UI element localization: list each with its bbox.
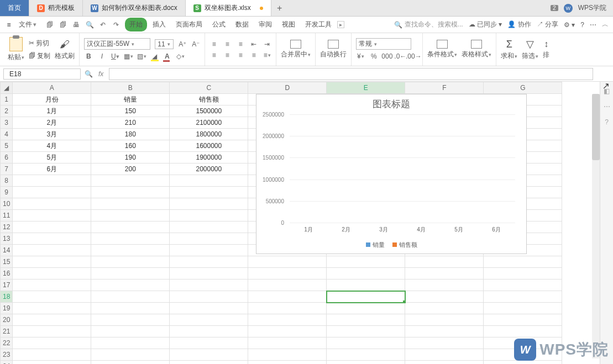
cell-C10[interactable] [170,198,248,210]
row-header-7[interactable]: 7 [1,163,13,175]
cell-E22[interactable] [327,337,405,349]
row-header-16[interactable]: 16 [1,268,13,279]
cell-B13[interactable] [91,233,170,245]
cell-E23[interactable] [327,349,405,361]
cell-B3[interactable]: 210 [91,117,170,129]
row-header-19[interactable]: 19 [1,303,13,314]
row-header-20[interactable]: 20 [1,314,13,326]
cell-A19[interactable] [13,303,91,314]
cell-D21[interactable] [248,326,327,337]
cell-G17[interactable] [484,279,562,291]
menu-layout[interactable]: 页面布局 [171,18,207,31]
cell-D16[interactable] [248,268,327,279]
cell-C7[interactable]: 2000000 [170,163,248,175]
file-menu[interactable]: 文件▾ [14,18,41,31]
cell-B20[interactable] [91,314,170,326]
tab-templates[interactable]: D稻壳模板 [29,0,83,16]
collapse-ribbon-icon[interactable]: ︿ [602,20,609,29]
cell-B14[interactable] [91,245,170,256]
cell-G19[interactable] [484,303,562,314]
cell-D18[interactable] [248,291,327,303]
formula-input[interactable] [109,68,593,80]
cell-D19[interactable] [248,303,327,314]
cell-G15[interactable] [484,256,562,268]
cell-B2[interactable]: 150 [91,105,170,117]
cell-G20[interactable] [484,314,562,326]
cell-G16[interactable] [484,268,562,279]
menu-data[interactable]: 数据 [231,18,253,31]
notification-badge[interactable]: 2 [551,5,558,11]
cell-A13[interactable] [13,233,91,245]
scrollbar-thumb[interactable] [592,94,600,160]
cell-E21[interactable] [327,326,405,337]
row-header-8[interactable]: 8 [1,175,13,187]
menu-view[interactable]: 视图 [277,18,300,31]
row-header-17[interactable]: 17 [1,279,13,291]
merge-center-button[interactable]: 合并居中 [281,40,311,59]
cell-C11[interactable] [170,210,248,221]
col-header-B[interactable]: B [91,82,170,94]
underline-button[interactable]: U▾ [111,52,119,61]
tab-doc[interactable]: W如何制作双坐标图表.docx [83,0,186,16]
filter-button[interactable]: ▽筛选 [522,38,538,61]
row-header-21[interactable]: 21 [1,326,13,337]
new-tab-button[interactable]: + [271,0,288,16]
cell-C24[interactable] [170,361,248,365]
cell-B7[interactable]: 200 [91,163,170,175]
cell-E17[interactable] [327,279,405,291]
cell-A6[interactable]: 5月 [13,152,91,163]
cell-F17[interactable] [405,279,484,291]
cell-F22[interactable] [405,337,484,349]
font-family-select[interactable]: 汉仪正圆-55W [84,38,150,50]
row-header-22[interactable]: 22 [1,337,13,349]
cell-A9[interactable] [13,187,91,198]
inc-decimal-icon[interactable]: .0← [396,52,405,61]
cell-G24[interactable] [484,361,562,365]
sum-button[interactable]: Σ求和 [501,39,517,61]
cell-A10[interactable] [13,198,91,210]
cell-C2[interactable]: 1500000 [170,105,248,117]
cell-C18[interactable] [170,291,248,303]
share-button[interactable]: ↗ 分享 [537,20,558,29]
orientation-icon[interactable]: ≡ [263,51,271,60]
collab-button[interactable]: 👤 协作 [507,20,531,29]
cell-F19[interactable] [405,303,484,314]
col-header-G[interactable]: G [484,82,562,94]
currency-icon[interactable]: ¥ [356,52,365,61]
select-all-corner[interactable]: ◢ [1,82,13,94]
cell-B22[interactable] [91,337,170,349]
cell-F18[interactable] [405,291,484,303]
cell-B11[interactable] [91,210,170,221]
menu-review[interactable]: 审阅 [254,18,276,31]
cell-C13[interactable] [170,233,248,245]
cell-A24[interactable] [13,361,91,365]
border-button[interactable]: ▦ [124,52,133,61]
cell-C6[interactable]: 1900000 [170,152,248,163]
menu-insert[interactable]: 插入 [148,18,170,31]
table-style-button[interactable]: 表格样式 [462,40,491,59]
cell-B12[interactable] [91,221,170,233]
row-header-6[interactable]: 6 [1,152,13,163]
cell-B18[interactable] [91,291,170,303]
row-header-13[interactable]: 13 [1,233,13,245]
vertical-scrollbar[interactable] [592,94,600,358]
cell-D20[interactable] [248,314,327,326]
cell-F15[interactable] [405,256,484,268]
cell-C16[interactable] [170,268,248,279]
col-header-E[interactable]: E [327,82,405,94]
cell-A18[interactable] [13,291,91,303]
cell-A14[interactable] [13,245,91,256]
row-header-5[interactable]: 5 [1,140,13,152]
align-center-icon[interactable]: ≡ [223,51,232,60]
cell-E15[interactable] [327,256,405,268]
cell-A4[interactable]: 3月 [13,129,91,140]
qa-save-icon[interactable]: 🗐 [45,20,54,29]
cell-A3[interactable]: 2月 [13,117,91,129]
cell-A8[interactable] [13,175,91,187]
clear-format-button[interactable]: ◇ [176,52,185,61]
cell-F20[interactable] [405,314,484,326]
cell-B1[interactable]: 销量 [91,94,170,105]
hamburger-icon[interactable]: ≡ [4,21,13,29]
cell-C23[interactable] [170,349,248,361]
cell-B21[interactable] [91,326,170,337]
